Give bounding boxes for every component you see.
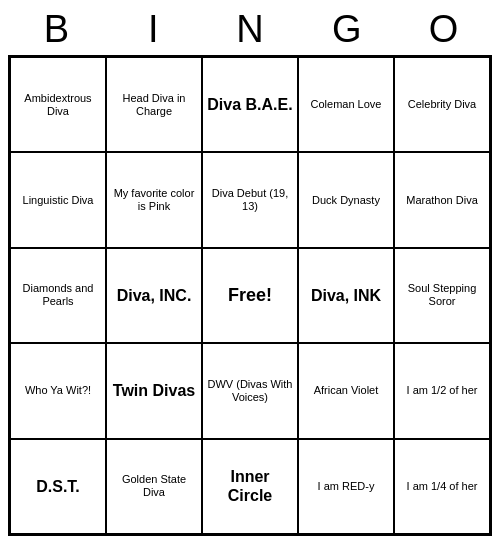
bingo-cell[interactable]: Inner Circle — [202, 439, 298, 534]
bingo-header: B I N G O — [8, 8, 492, 51]
bingo-cell[interactable]: I am RED-y — [298, 439, 394, 534]
letter-i: I — [105, 8, 202, 51]
letter-o: O — [395, 8, 492, 51]
bingo-cell[interactable]: Diva, INC. — [106, 248, 202, 343]
bingo-cell[interactable]: Coleman Love — [298, 57, 394, 152]
bingo-grid: Ambidextrous DivaHead Diva in ChargeDiva… — [8, 55, 492, 536]
bingo-cell[interactable]: D.S.T. — [10, 439, 106, 534]
bingo-cell[interactable]: Celebrity Diva — [394, 57, 490, 152]
letter-g: G — [298, 8, 395, 51]
bingo-cell[interactable]: Golden State Diva — [106, 439, 202, 534]
bingo-cell[interactable]: I am 1/4 of her — [394, 439, 490, 534]
bingo-cell[interactable]: My favorite color is Pink — [106, 152, 202, 247]
bingo-cell[interactable]: Diva B.A.E. — [202, 57, 298, 152]
bingo-cell[interactable]: African Violet — [298, 343, 394, 438]
bingo-cell[interactable]: I am 1/2 of her — [394, 343, 490, 438]
bingo-cell[interactable]: Ambidextrous Diva — [10, 57, 106, 152]
bingo-cell[interactable]: Linguistic Diva — [10, 152, 106, 247]
bingo-cell[interactable]: Soul Stepping Soror — [394, 248, 490, 343]
bingo-cell[interactable]: DWV (Divas With Voices) — [202, 343, 298, 438]
bingo-cell[interactable]: Diva Debut (19, 13) — [202, 152, 298, 247]
bingo-cell[interactable]: Duck Dynasty — [298, 152, 394, 247]
bingo-cell[interactable]: Free! — [202, 248, 298, 343]
bingo-cell[interactable]: Diva, INK — [298, 248, 394, 343]
bingo-cell[interactable]: Twin Divas — [106, 343, 202, 438]
bingo-cell[interactable]: Marathon Diva — [394, 152, 490, 247]
bingo-cell[interactable]: Who Ya Wit?! — [10, 343, 106, 438]
bingo-cell[interactable]: Head Diva in Charge — [106, 57, 202, 152]
bingo-cell[interactable]: Diamonds and Pearls — [10, 248, 106, 343]
letter-b: B — [8, 8, 105, 51]
letter-n: N — [202, 8, 299, 51]
